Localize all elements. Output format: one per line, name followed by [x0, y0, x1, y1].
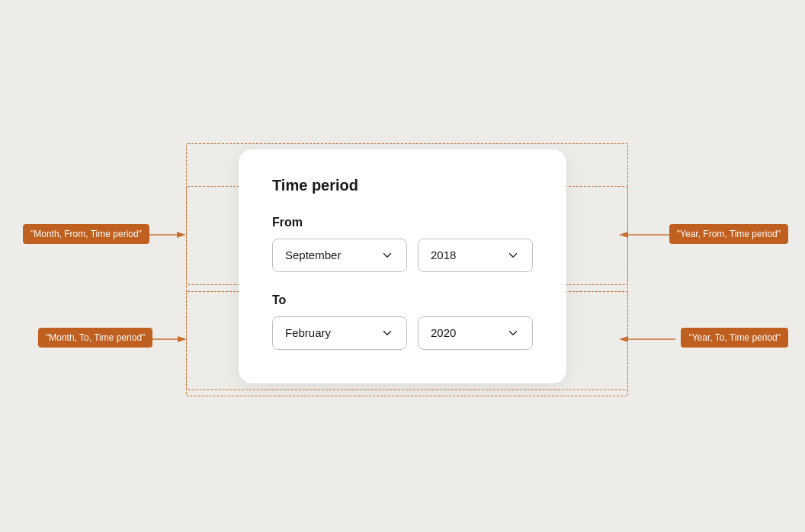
to-year-chevron-icon	[506, 326, 520, 340]
to-month-chevron-icon	[380, 326, 394, 340]
from-row: September 2018	[272, 239, 533, 272]
annotation-year-to: "Year, To, Time period"	[681, 328, 788, 348]
svg-marker-5	[178, 336, 187, 342]
from-label: From	[272, 216, 533, 229]
from-month-dropdown[interactable]: September	[272, 239, 407, 272]
svg-marker-1	[177, 232, 186, 238]
from-year-value: 2018	[431, 248, 456, 261]
card-title: Time period	[272, 177, 533, 194]
annotation-month-from: "Month, From, Time period"	[23, 224, 149, 244]
to-month-value: February	[285, 326, 331, 339]
from-month-value: September	[285, 248, 341, 261]
to-month-dropdown[interactable]: February	[272, 316, 407, 350]
to-group: To February 2020	[272, 293, 533, 350]
from-group: From September 2018	[272, 216, 533, 272]
to-year-dropdown[interactable]: 2020	[418, 316, 533, 350]
from-year-dropdown[interactable]: 2018	[418, 239, 533, 272]
from-month-chevron-icon	[380, 248, 394, 262]
to-label: To	[272, 293, 533, 307]
annotation-month-to: "Month, To, Time period"	[38, 328, 152, 348]
svg-marker-7	[619, 336, 628, 342]
from-year-chevron-icon	[506, 248, 520, 262]
time-period-card: Time period From September 2018	[239, 149, 566, 383]
annotation-year-from: "Year, From, Time period"	[669, 224, 788, 244]
arrow-year-to	[614, 334, 675, 345]
to-year-value: 2020	[431, 326, 456, 339]
to-row: February 2020	[272, 316, 533, 350]
arrow-year-from	[614, 229, 675, 240]
svg-marker-3	[619, 232, 628, 238]
scene: "Month, From, Time period" "Year, From, …	[0, 0, 805, 532]
